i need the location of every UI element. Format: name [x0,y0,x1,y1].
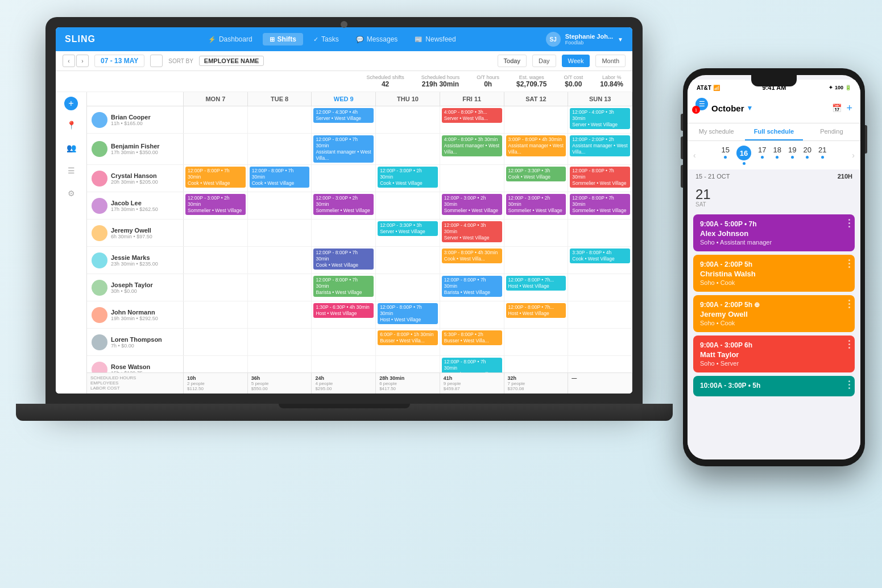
shift-block[interactable]: 3:30P - 8:00P • 4h Cook • West Village [570,249,630,263]
month-selector[interactable]: October ▼ [711,103,753,113]
shift-cell[interactable] [248,220,312,246]
shift-cell[interactable] [376,106,440,133]
shift-block[interactable]: 12:00P - 3:00P • 2h 30min Sommelier • We… [185,194,246,215]
calendar-icon-btn[interactable]: 📅 [832,103,842,113]
shift-cell[interactable] [312,220,376,246]
shift-block[interactable]: 12:00P - 4:00P • 3h 30min Server • West … [442,221,502,242]
shift-cell[interactable] [184,356,248,372]
week-day[interactable]: 16 [736,146,751,165]
shift-block[interactable]: 12:00P - 3:00P • 2h 30min Sommelier • We… [442,194,502,215]
shift-cell[interactable]: 12:00P - 3:00P • 2h 30min Sommelier • We… [440,192,504,219]
shift-cell[interactable] [184,274,248,301]
nav-tab-messages[interactable]: 💬 Messages [349,33,405,45]
add-shift-button[interactable]: + [64,97,78,110]
shift-cell[interactable]: 5:30P - 8:00P • 2h Busser • West Villa..… [440,329,504,355]
tab-full-schedule[interactable]: Full schedule [745,123,802,140]
select-all-checkbox[interactable] [150,55,163,67]
shift-cell[interactable] [568,356,632,372]
shift-block[interactable]: 12:00P - 8:00P • 7h 30min Sommelier • We… [570,194,630,215]
week-day[interactable]: 18 [773,146,781,165]
shift-cell[interactable]: 12:00P - 8:00P • 7h... Host • West Villa… [504,301,569,328]
shift-cell[interactable]: 12:00P - 8:00P • 7h... Host • West Villa… [504,274,569,301]
shift-menu[interactable] [848,380,850,389]
add-shift-phone-button[interactable]: + [846,102,852,114]
shift-cell[interactable]: 1:30P - 6:30P • 4h 30min Host • West Vil… [312,301,376,328]
shift-block[interactable]: 3:00P - 8:00P • 4h 30min Assistant manag… [506,135,566,156]
shift-cell[interactable] [248,329,312,355]
shift-cell[interactable]: 12:00P - 8:00P • 7h 30min Cook • West Vi… [248,165,312,192]
shift-cell[interactable]: 4:00P - 8:00P • 3h 30min Assistant manag… [440,134,504,164]
shift-cell[interactable] [248,106,312,133]
shift-cell[interactable]: 3:00P - 8:00P • 4h 30min Cook • West Vil… [440,247,504,274]
shift-cell[interactable] [184,134,248,164]
shift-block[interactable]: 12:00P - 8:00P • 7h... Host • West Villa… [506,276,566,291]
shift-cell[interactable] [248,192,312,219]
shift-cell[interactable] [568,329,632,355]
phone-silent-button[interactable] [681,114,683,131]
shift-block[interactable]: 6:00P - 8:00P • 1h 30min Busser • West V… [378,330,438,345]
shift-cell[interactable] [312,329,376,355]
shift-cell[interactable]: 12:00P - 8:00P • 7h 30min Barista • West… [440,274,504,301]
shift-cell[interactable] [184,247,248,274]
tab-my-schedule[interactable]: My schedule [688,123,745,140]
location-icon[interactable]: 📍 [63,117,79,133]
shift-cell[interactable]: 6:00P - 8:00P • 1h 30min Busser • West V… [376,329,440,355]
shift-cell[interactable]: 12:00P - 8:00P • 7h 30min Barista • West… [312,274,376,301]
shift-cell[interactable] [248,356,312,372]
shift-block[interactable]: 4:00P - 8:00P • 3h... Server • West Vill… [442,108,502,123]
phone-vol-up-button[interactable] [681,136,683,159]
shift-cell[interactable]: 12:00P - 4:00P • 3h 30min Server • West … [568,106,632,133]
prev-button[interactable]: ‹ [63,55,75,67]
shift-cell[interactable] [504,220,569,246]
shift-block[interactable]: 5:30P - 8:00P • 2h Busser • West Villa..… [442,330,502,345]
shift-cell[interactable]: 12:00P - 8:00P • 7h 30min Sommelier • We… [568,165,632,192]
shift-cell[interactable] [568,301,632,328]
shift-cell[interactable] [248,247,312,274]
next-button[interactable]: › [76,55,89,67]
shift-block[interactable]: 12:00P - 8:00P • 7h 30min Host • West Vi… [378,303,438,324]
shift-cell[interactable] [504,247,569,274]
shift-block[interactable]: 12:00P - 8:00P • 7h 30min Assistant mana… [313,135,374,163]
shift-cell[interactable] [184,301,248,328]
shift-cell[interactable] [376,356,440,372]
shift-cell[interactable]: 4:00P - 8:00P • 3h... Server • West Vill… [440,106,504,133]
shift-cell[interactable] [568,274,632,301]
phone-shift-card[interactable]: 9:00A - 3:00P 6h Matt Taylor Soho • Serv… [693,336,855,372]
shift-block[interactable]: 12:00P - 3:30P • 3h Server • West Villag… [378,221,438,236]
shift-cell[interactable] [184,106,248,133]
shift-cell[interactable]: 12:00P - 8:00P • 7h 30min Sommelier • We… [568,192,632,219]
today-button[interactable]: Today [498,55,527,67]
shift-menu[interactable] [848,340,850,349]
phone-shift-card[interactable]: 9:00A - 2:00P 5h Christina Walsh Soho • … [693,255,855,292]
shift-cell[interactable]: 12:00P - 3:00P • 2h 30min Sommelier • We… [184,192,248,219]
week-prev-button[interactable]: ‹ [693,151,696,160]
shift-block[interactable]: 12:00P - 8:00P • 7h 30min Cook • West Vi… [185,167,246,188]
shift-cell[interactable] [376,192,440,219]
nav-tab-tasks[interactable]: ✓ Tasks [307,33,346,45]
shift-cell[interactable]: 12:00P - 4:00P • 3h 30min Server • West … [440,220,504,246]
month-dropdown-icon[interactable]: ▼ [747,104,753,112]
phone-power-button[interactable] [865,125,867,154]
shift-cell[interactable] [376,247,440,274]
shift-cell[interactable]: 12:00P - 3:30P • 3h Server • West Villag… [376,220,440,246]
shift-cell[interactable]: 12:00P - 2:00P • 2h Assistant manager • … [568,134,632,164]
shift-cell[interactable] [504,106,569,133]
phone-vol-down-button[interactable] [681,165,683,188]
shift-cell[interactable] [248,301,312,328]
shift-cell[interactable]: 12:00P - 3:00P • 2h 30min Cook • West Vi… [376,165,440,192]
filter-icon[interactable]: ⚙ [63,185,79,201]
shift-menu[interactable] [848,300,850,308]
week-day[interactable]: 15 [722,146,730,165]
shift-block[interactable]: 12:00P - 8:00P • 7h 30min Barista • West… [313,276,374,297]
shift-block[interactable]: 1:30P - 6:30P • 4h 30min Host • West Vil… [313,303,374,318]
week-day[interactable]: 21 [818,146,826,165]
shift-block[interactable]: 12:00P - 4:00P • 3h 30min Server • West … [570,108,630,129]
shift-block[interactable]: 12:00P - 3:00P • 2h 30min Sommelier • We… [313,194,374,215]
nav-tab-shifts[interactable]: ⊞ Shifts [263,33,303,45]
shift-block[interactable]: 12:00P - 2:00P • 2h Assistant manager • … [570,135,630,156]
shift-cell[interactable]: 3:30P - 8:00P • 4h Cook • West Village [568,247,632,274]
shift-cell[interactable] [440,165,504,192]
shift-block[interactable]: 3:00P - 8:00P • 4h 30min Cook • West Vil… [442,249,502,263]
shift-cell[interactable] [312,165,376,192]
shift-cell[interactable]: 12:00P - 8:00P • 7h 30min Cook • West Vi… [312,247,376,274]
